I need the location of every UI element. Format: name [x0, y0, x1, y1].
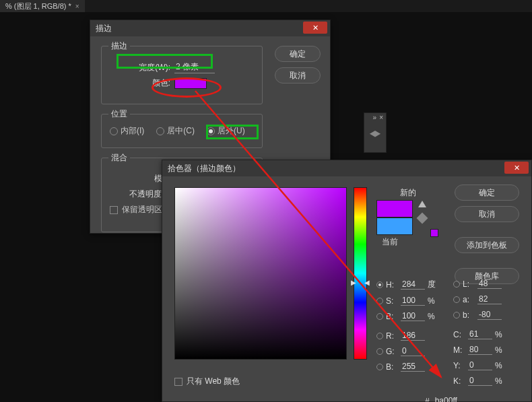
color-picker-dialog: 拾色器（描边颜色） ✕ ▶◀ 新的 当前 确定 取消 添加到色板 颜色库 — [162, 160, 532, 402]
layers-collapsed-panel[interactable]: » × — [364, 112, 387, 153]
web-only-checkbox[interactable]: 只有 Web 颜色 — [174, 376, 240, 387]
cube-icon[interactable] — [417, 213, 428, 224]
radio-lab-b[interactable] — [453, 312, 460, 319]
radio-brgb[interactable] — [376, 364, 383, 370]
radio-h[interactable] — [376, 281, 383, 288]
chevron-right-icon[interactable]: » — [373, 114, 377, 121]
mini-swatch[interactable] — [430, 229, 438, 237]
saturation-value-field[interactable] — [174, 187, 347, 360]
radio-l[interactable] — [453, 281, 460, 288]
color-label: 颜色: — [110, 77, 174, 89]
blend-group-label: 混合 — [108, 152, 130, 164]
ok-button[interactable]: 确定 — [455, 185, 519, 201]
add-swatch-button[interactable]: 添加到色板 — [455, 237, 519, 253]
close-icon[interactable]: × — [379, 114, 383, 121]
lab-b-input[interactable]: -80 — [477, 310, 502, 320]
radio-outside[interactable]: 居外(U) — [207, 125, 245, 137]
new-color-swatch — [376, 200, 413, 217]
b-hsb-input[interactable]: 100 — [401, 311, 425, 321]
dialog-title: 描边 — [96, 23, 112, 34]
new-color-label: 新的 — [376, 187, 440, 199]
r-input[interactable]: 186 — [401, 331, 425, 341]
warning-icon[interactable] — [418, 201, 426, 207]
document-tab[interactable]: % (图层 1, RGB/8) * × — [0, 0, 85, 12]
document-tab-title: % (图层 1, RGB/8) * — [5, 1, 71, 11]
stroke-color-swatch[interactable] — [174, 78, 207, 89]
close-button[interactable]: ✕ — [504, 162, 529, 174]
hue-slider[interactable] — [354, 187, 367, 360]
radio-g[interactable] — [376, 348, 383, 355]
cancel-button[interactable]: 取消 — [275, 67, 321, 83]
cancel-button[interactable]: 取消 — [455, 206, 519, 222]
m-input[interactable]: 80 — [468, 345, 492, 355]
a-input[interactable]: 82 — [477, 294, 502, 304]
ok-button[interactable]: 确定 — [275, 46, 321, 62]
hex-input[interactable]: ba00ff — [434, 396, 474, 402]
dialog-title: 拾色器（描边颜色） — [168, 163, 240, 174]
stroke-group-label: 描边 — [108, 40, 130, 52]
hue-pointer-icon: ▶◀ — [351, 279, 370, 284]
s-input[interactable]: 100 — [401, 296, 425, 306]
b-rgb-input[interactable]: 255 — [401, 362, 425, 372]
width-input[interactable]: 2 像素 — [174, 61, 215, 73]
position-group-label: 位置 — [108, 108, 130, 120]
current-color-label: 当前 — [382, 236, 440, 248]
radio-r[interactable] — [376, 333, 383, 339]
k-input[interactable]: 0 — [468, 376, 492, 386]
radio-b[interactable] — [376, 313, 383, 320]
dialog-titlebar[interactable]: 描边 ✕ — [90, 20, 330, 36]
radio-a[interactable] — [453, 296, 460, 303]
radio-center[interactable]: 居中(C) — [156, 125, 195, 137]
current-color-swatch[interactable] — [376, 217, 413, 235]
dialog-titlebar[interactable]: 拾色器（描边颜色） ✕ — [162, 160, 531, 176]
close-button[interactable]: ✕ — [303, 22, 327, 34]
g-input[interactable]: 0 — [401, 346, 425, 356]
radio-inside[interactable]: 内部(I) — [110, 125, 144, 137]
c-input[interactable]: 61 — [468, 329, 492, 339]
h-input[interactable]: 284 — [401, 279, 425, 290]
width-label: 宽度(W): — [110, 62, 174, 73]
layers-icon[interactable] — [370, 131, 380, 141]
y-input[interactable]: 0 — [468, 360, 492, 370]
close-icon[interactable]: × — [75, 3, 79, 10]
hex-label: # — [425, 397, 430, 403]
radio-s[interactable] — [376, 298, 383, 304]
l-input[interactable]: 48 — [477, 279, 502, 289]
